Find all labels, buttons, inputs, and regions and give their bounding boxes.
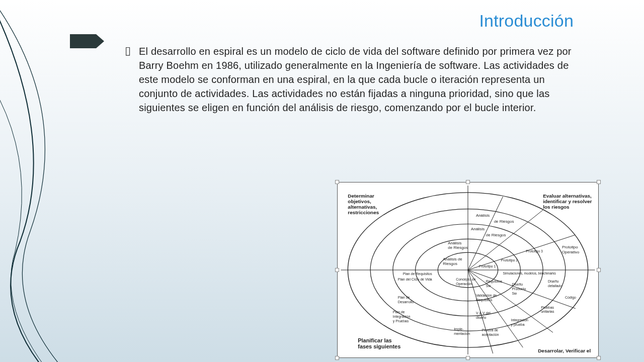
svg-text:Análisis: Análisis bbox=[476, 213, 490, 218]
svg-text:Concepto deOperación: Concepto deOperación bbox=[456, 278, 476, 286]
theme-curves bbox=[0, 0, 131, 362]
bullet-marker: ▯ bbox=[125, 44, 134, 57]
svg-text:Plan de Requisitos: Plan de Requisitos bbox=[403, 272, 433, 276]
svg-text:Plan deIntegracióny Pruebas: Plan deIntegracióny Pruebas bbox=[393, 311, 411, 324]
svg-text:Riesgos: Riesgos bbox=[443, 261, 457, 266]
svg-text:Validación deRequisitos: Validación deRequisitos bbox=[476, 294, 497, 302]
resize-handle[interactable] bbox=[597, 268, 601, 272]
resize-handle[interactable] bbox=[597, 356, 601, 360]
q1-label: Determinarobjetivos,alternativas,restric… bbox=[348, 193, 379, 215]
svg-marker-0 bbox=[70, 34, 104, 48]
resize-handle[interactable] bbox=[466, 180, 470, 184]
resize-handle[interactable] bbox=[466, 356, 470, 360]
svg-text:Prototipo 1: Prototipo 1 bbox=[479, 264, 496, 268]
q4-label: Desarrolar, Verificar el bbox=[538, 348, 591, 353]
svg-text:de Riesgos: de Riesgos bbox=[486, 233, 506, 237]
svg-text:Prueba deaceptación: Prueba deaceptación bbox=[482, 328, 499, 337]
svg-text:Análisis: Análisis bbox=[471, 227, 485, 231]
svg-text:Plan deDesarrollo: Plan deDesarrollo bbox=[398, 296, 414, 304]
svg-text:Prototipo 3: Prototipo 3 bbox=[526, 249, 543, 253]
slide-canvas: Introducción ▯ El desarrollo en espiral … bbox=[0, 0, 644, 362]
body-paragraph: El desarrollo en espiral es un modelo de… bbox=[139, 44, 577, 115]
svg-text:Plan del Ciclo de Vida: Plan del Ciclo de Vida bbox=[398, 278, 432, 281]
decorative-arrow bbox=[70, 34, 104, 48]
resize-handle[interactable] bbox=[335, 180, 339, 184]
svg-text:de Riesgos: de Riesgos bbox=[494, 219, 514, 224]
svg-text:de Riesgos: de Riesgos bbox=[448, 245, 468, 250]
svg-text:V & V deldiseño: V & V deldiseño bbox=[476, 311, 491, 319]
svg-text:Análisis de: Análisis de bbox=[443, 257, 462, 261]
spiral-model-diagram: Determinarobjetivos,alternativas,restric… bbox=[337, 182, 599, 358]
q3-label: Planificar lasfases siguientes bbox=[358, 337, 400, 349]
svg-text:DiseñoProductoSw: DiseñoProductoSw bbox=[512, 283, 526, 295]
resize-handle[interactable] bbox=[335, 356, 339, 360]
slide-title: Introducción bbox=[479, 11, 574, 31]
svg-text:PrototipoOperativo: PrototipoOperativo bbox=[562, 245, 580, 254]
svg-text:Pruebasunitarias: Pruebasunitarias bbox=[541, 306, 554, 314]
svg-text:Código: Código bbox=[565, 296, 576, 300]
resize-handle[interactable] bbox=[335, 268, 339, 272]
svg-text:Integracióny prueba: Integracióny prueba bbox=[511, 318, 529, 327]
svg-text:Diseñodetallado: Diseñodetallado bbox=[548, 280, 562, 288]
resize-handle[interactable] bbox=[597, 180, 601, 184]
q2-label: Evaluar alternativas,identificar y resol… bbox=[543, 193, 592, 210]
svg-text:Prototipo 2: Prototipo 2 bbox=[501, 258, 518, 262]
svg-text:Simulaciones, modelos, benchma: Simulaciones, modelos, benchmarks bbox=[503, 272, 556, 275]
svg-text:Análisis: Análisis bbox=[448, 241, 461, 245]
svg-text:RequisitosSw: RequisitosSw bbox=[486, 280, 503, 288]
